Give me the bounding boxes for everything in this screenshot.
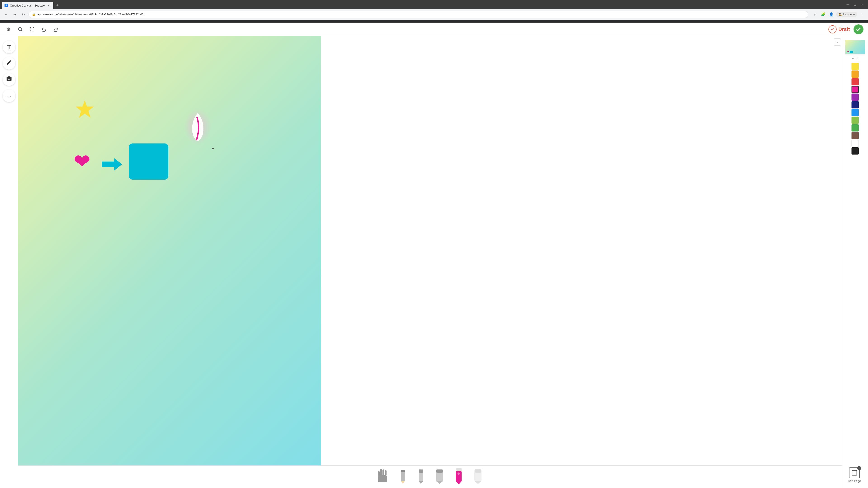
left-tools-panel: T ··· <box>0 36 18 184</box>
zoom-in-button[interactable] <box>16 25 24 33</box>
fullscreen-button[interactable] <box>28 25 36 33</box>
svg-line-3 <box>21 30 22 31</box>
undo-button[interactable] <box>40 25 48 33</box>
arrow-shape[interactable] <box>102 158 122 173</box>
svg-marker-5 <box>76 101 94 118</box>
svg-marker-6 <box>102 158 122 170</box>
active-tab[interactable]: S Creative Canvas - Seesaw ✕ <box>2 2 53 9</box>
text-tool-button[interactable]: T <box>3 41 16 53</box>
more-tools-icon: ··· <box>6 93 12 98</box>
draw-tool-icon <box>6 60 12 67</box>
address-bar[interactable]: 🔒 app.seesaw.me/#/item/new/class/class.e… <box>29 11 329 18</box>
paint-stroke[interactable] <box>183 106 213 147</box>
browser-chrome: S Creative Canvas - Seesaw ✕ + ─ □ ✕ ← →… <box>0 0 329 23</box>
crosshair-cursor: + <box>212 146 215 152</box>
main-toolbar: 🗑 Draft <box>0 23 329 36</box>
draw-tool-button[interactable] <box>3 57 16 70</box>
forward-button[interactable]: → <box>11 11 18 18</box>
tab-title: Creative Canvas - Seesaw <box>10 4 45 7</box>
reload-button[interactable]: ↻ <box>20 11 27 18</box>
tab-favicon: S <box>4 4 8 7</box>
svg-point-4 <box>8 78 10 80</box>
text-tool-icon: T <box>7 43 11 51</box>
delete-button[interactable]: 🗑 <box>4 25 13 33</box>
tab-close-button[interactable]: ✕ <box>46 3 51 7</box>
back-button[interactable]: ← <box>3 11 9 18</box>
cyan-rectangle[interactable] <box>129 143 168 180</box>
new-tab-button[interactable]: + <box>54 2 61 8</box>
canvas-area[interactable]: ❤ + <box>18 36 321 184</box>
star-shape[interactable] <box>74 99 95 120</box>
tab-bar: S Creative Canvas - Seesaw ✕ + ─ □ ✕ <box>0 0 329 9</box>
lock-icon: 🔒 <box>32 13 35 16</box>
camera-tool-icon <box>6 76 12 83</box>
more-tools-button[interactable]: ··· <box>3 90 16 102</box>
camera-tool-button[interactable] <box>3 73 16 86</box>
heart-shape[interactable]: ❤ <box>73 151 90 172</box>
nav-bar: ← → ↻ 🔒 app.seesaw.me/#/item/new/class/c… <box>0 9 329 20</box>
url-text: app.seesaw.me/#/item/new/class/class.e01… <box>37 13 329 16</box>
redo-button[interactable] <box>52 25 60 33</box>
